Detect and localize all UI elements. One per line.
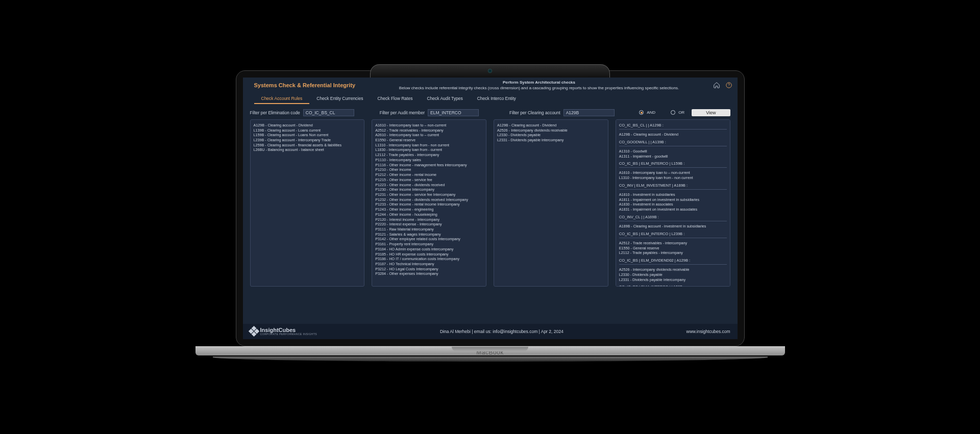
- camera-icon: [488, 69, 492, 72]
- list-item: P1244 - Other income - housekeeping: [375, 212, 483, 217]
- screen-frame: Systems Check & Referential Integrity Pe…: [236, 70, 745, 346]
- list-item: P2120 - Interest income - intercompany: [375, 217, 483, 222]
- list-item: L239B - Clearing account - Intercompany …: [254, 138, 361, 143]
- brand-name: InsightCubes: [260, 327, 317, 333]
- tab-check-entity-currencies[interactable]: Check Entity Currencies: [309, 94, 370, 104]
- list-item: L259B - Clearing account - financial ass…: [254, 143, 361, 148]
- footer-right: www.insightcubes.com: [687, 329, 730, 334]
- list-item: A129B - Clearing account - Dividend: [254, 123, 361, 128]
- list-item: L2112 - Trade payables - intercompany: [619, 250, 727, 256]
- radio-or-label: OR: [678, 110, 684, 115]
- filter-audit-label: Filter per Audit member: [380, 110, 425, 115]
- view-button[interactable]: View: [692, 109, 730, 116]
- list-item: A1311 - Impairment - goodwill: [619, 154, 727, 159]
- panel-clearing: A129B - Clearing account - DividendA2526…: [494, 119, 608, 287]
- filter-audit-input[interactable]: [428, 109, 479, 116]
- list-item: A129B - Clearing account - Dividend: [619, 132, 727, 137]
- list-item: P3212 - HO Legal Costs Intercompany: [375, 267, 483, 272]
- group-header: CO_IC_BS_CL | | A129B :: [619, 123, 727, 128]
- list-item: A1310 - Goodwill: [619, 149, 727, 154]
- trackpad-notch: [452, 347, 528, 351]
- list-item: P3187 - HO Technical Intercompany: [375, 262, 483, 267]
- group-header: CO_IC_BS | ELM_DIVIDEND02 | A129B :: [619, 258, 727, 263]
- laptop-camera-bar: [370, 64, 610, 78]
- brand-logo: InsightCubes CORPORATE PERFORMANCE INSIG…: [250, 327, 317, 336]
- list-item: A2512 - Trade receivables - intercompany: [375, 128, 483, 133]
- list-item: P3185 - HO HR expense costs intercompany: [375, 252, 483, 257]
- results-panels: A129B - Clearing account - DividendL139B…: [243, 119, 738, 287]
- list-item: P1233 - Other income - rental income Int…: [375, 202, 483, 207]
- tab-check-interco-entity[interactable]: Check Interco Entity: [470, 94, 523, 104]
- list-item: L2112 - Trade payables - intercompany: [375, 152, 483, 158]
- panel-elimination: A129B - Clearing account - DividendL139B…: [250, 119, 365, 287]
- list-item: P1243 - Other income - engineering: [375, 207, 483, 212]
- group-header: CO_IC_BS | ELM_INTERCO | L139B :: [619, 285, 727, 287]
- list-item: P3161 - Property rent intercompany: [375, 242, 483, 247]
- list-item: A129B - Clearing account - Dividend: [497, 123, 605, 128]
- list-item: P3284 - Other expenses Intercompany: [375, 271, 483, 276]
- list-item: L159B - Clearing account - Loans Non cur…: [254, 133, 361, 138]
- home-icon[interactable]: [713, 82, 720, 89]
- list-item: P1223 - Other income - dividends receive…: [375, 183, 483, 188]
- list-item: L2330 - Dividends payable: [619, 272, 727, 277]
- list-item: P1230 - Other income Intercompany: [375, 187, 483, 192]
- tab-check-account-rules[interactable]: Check Account Rules: [254, 94, 310, 104]
- filter-clearing-input[interactable]: [564, 109, 615, 116]
- group-header: CO_INV | ELM_INVESTMENT | A189B :: [619, 183, 727, 188]
- laptop-mockup: Systems Check & Referential Integrity Pe…: [195, 64, 785, 370]
- filter-elim-input[interactable]: [303, 109, 354, 116]
- logo-cube-icon: [248, 326, 259, 337]
- tab-check-flow-rates[interactable]: Check Flow Rates: [370, 94, 420, 104]
- list-item: A1831 - Impairment on investment in asso…: [619, 207, 727, 212]
- list-item: A189B - Clearing account - investment in…: [619, 224, 727, 229]
- list-item: P3142 - Other employee related costs Int…: [375, 237, 483, 242]
- footer: InsightCubes CORPORATE PERFORMANCE INSIG…: [243, 324, 738, 339]
- list-item: P1212 - Other income - rental income: [375, 172, 483, 177]
- list-item: P3184 - HO Admin expense costs intercomp…: [375, 247, 483, 252]
- list-item: A1810 - Investment in subsidiaries: [619, 192, 727, 197]
- list-item: A1830 - Investment in associates: [619, 202, 727, 207]
- list-item: A2512 - Trade receivables - intercompany: [619, 241, 727, 246]
- radio-and[interactable]: [639, 110, 644, 115]
- footer-center: Dina Al Merhebi | email us: info@insight…: [440, 329, 564, 334]
- list-item: P1116 - Other income - management fees i…: [375, 163, 483, 168]
- help-icon[interactable]: [725, 82, 732, 89]
- radio-or[interactable]: [671, 110, 675, 115]
- filter-elim-label: Filter per Elimination code: [250, 110, 300, 115]
- tab-check-audit-types[interactable]: Check Audit Types: [420, 94, 470, 104]
- list-item: E1550 - General reserve: [375, 138, 483, 143]
- list-item: L1310 - Intercompany loan from - non cur…: [619, 175, 727, 181]
- list-item: A2526 - Intercompany dividends receivabl…: [497, 128, 605, 133]
- filter-row: Filter per Elimination code Filter per A…: [243, 104, 738, 119]
- tabs: Check Account RulesCheck Entity Currenci…: [243, 91, 738, 104]
- list-item: A1610 - Intercompany loan to – non-curre…: [619, 170, 727, 175]
- panel-grouped: CO_IC_BS_CL | | A129B :A129B - Clearing …: [616, 119, 730, 287]
- list-item: P1210 - Other income: [375, 167, 483, 172]
- radio-and-label: AND: [647, 110, 655, 115]
- list-item: P3186 - HO IT / communication costs Inte…: [375, 257, 483, 262]
- list-item: P1232 - Other income - dividends receive…: [375, 197, 483, 202]
- list-item: L139B - Clearing account - Loans current: [254, 128, 361, 133]
- list-item: P1215 - Other income - service fee: [375, 177, 483, 183]
- page-subtitle: Perform System Architectural checks Belo…: [377, 80, 702, 91]
- group-header: CO_GOODWILL | | A139B :: [619, 140, 727, 145]
- app-screen: Systems Check & Referential Integrity Pe…: [243, 78, 738, 339]
- header: Systems Check & Referential Integrity Pe…: [243, 78, 738, 91]
- laptop-base: MacBook: [195, 346, 785, 370]
- brand-tagline: CORPORATE PERFORMANCE INSIGHTS: [260, 333, 317, 336]
- list-item: L1830 - Intercompany loan from - current: [375, 147, 483, 152]
- group-header: CO_INV_CL | | A169B :: [619, 215, 727, 220]
- page-title: Systems Check & Referential Integrity: [254, 82, 377, 88]
- group-header: CO_IC_BS | ELM_INTERCO | L159B :: [619, 161, 727, 166]
- list-item: L2330 - Dividends payable: [497, 133, 605, 138]
- list-item: P1231 - Other income - service fee Inter…: [375, 192, 483, 197]
- list-item: L2331 - Dividends payable intercompany: [619, 277, 727, 283]
- list-item: P3121 - Salaries & wages Intercompany: [375, 232, 483, 237]
- list-item: E1550 - General reserve: [619, 246, 727, 251]
- list-item: L1310 - Intercompany loan from - non cur…: [375, 143, 483, 148]
- filter-clearing-label: Filter per Clearing account: [509, 110, 560, 115]
- list-item: P2220 - Interest expense - Intercompany: [375, 222, 483, 227]
- list-item: A2610 - Intercompany loan to – current: [375, 133, 483, 138]
- list-item: L26BU - Balancing account - balance shee…: [254, 147, 361, 152]
- list-item: A1811 - Impairment on investment in subs…: [619, 197, 727, 202]
